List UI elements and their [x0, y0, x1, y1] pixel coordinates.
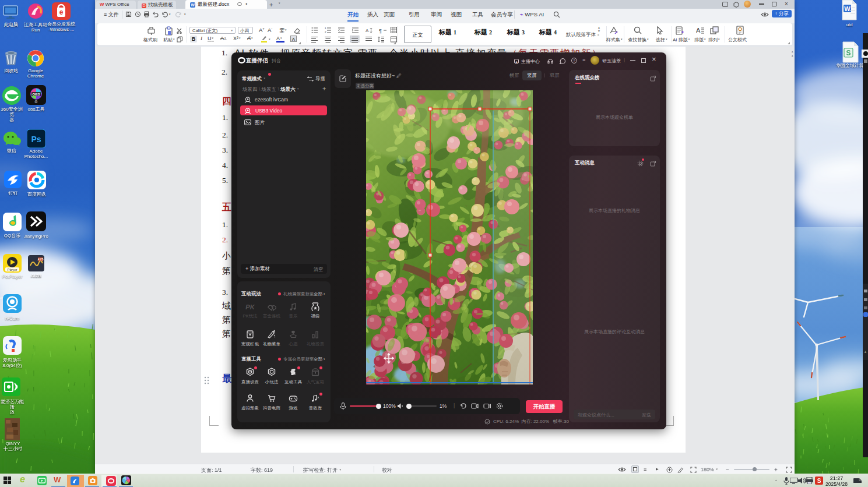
svg-text:S: S — [846, 49, 851, 57]
svg-text:e: e — [59, 8, 64, 16]
svg-text:AIZB: AIZB — [37, 258, 43, 261]
svg-text:A: A — [366, 28, 369, 33]
svg-text:2: 2 — [325, 31, 326, 34]
svg-text:PK: PK — [245, 304, 255, 310]
svg-text:W: W — [844, 5, 851, 12]
svg-text:⚙: ⚙ — [34, 100, 38, 104]
svg-text:OBS: OBS — [32, 93, 40, 96]
svg-text:¶: ¶ — [379, 28, 382, 34]
svg-text:1: 1 — [325, 27, 326, 30]
svg-text:Player: Player — [7, 268, 17, 271]
svg-text:Ps: Ps — [31, 135, 41, 144]
svg-text:A: A — [696, 27, 701, 34]
